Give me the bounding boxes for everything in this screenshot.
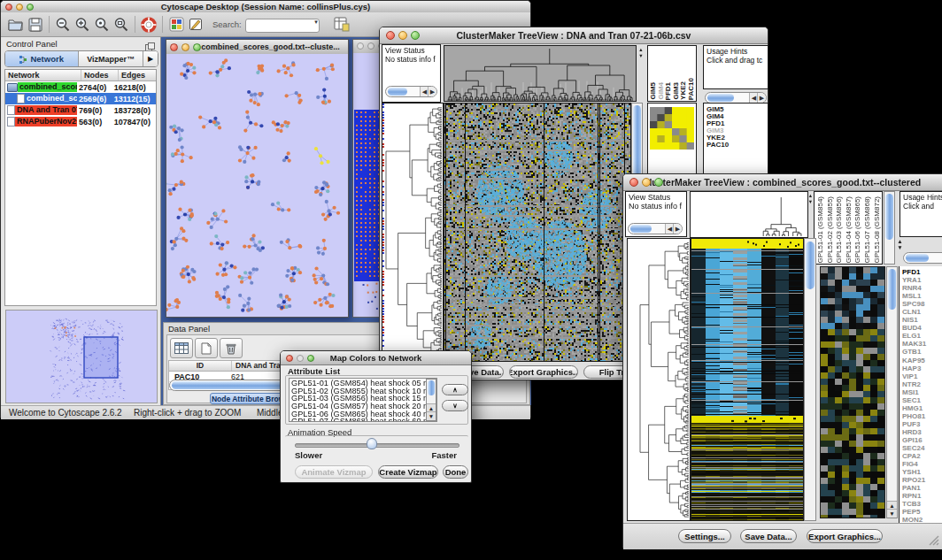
zoom-in-icon[interactable] <box>73 15 92 35</box>
trash-icon[interactable] <box>220 338 243 358</box>
gene-label[interactable]: GPI16 <box>902 436 942 444</box>
gene-label[interactable]: YRA1 <box>902 276 942 284</box>
zoom-out-icon[interactable] <box>53 15 73 35</box>
attribute-list-vscrollbar[interactable]: ▲ ▼ <box>426 379 436 421</box>
attribute-item[interactable]: GPL51-07 (GSM868) heat shock 60 min <box>290 418 436 422</box>
zoom-fit-icon[interactable] <box>112 15 131 35</box>
tab-network[interactable]: Network <box>5 51 79 66</box>
tv1-dendro-arrows[interactable]: ▴▾ <box>637 46 645 58</box>
zoom-button[interactable] <box>307 355 314 362</box>
gene-label[interactable]: RNR4 <box>902 284 942 292</box>
zoom-button[interactable] <box>27 4 34 11</box>
minimize-button[interactable] <box>16 4 23 11</box>
tv1-mini-heatmap[interactable] <box>650 107 694 150</box>
tv2-usage-scrollbar[interactable] <box>903 252 942 264</box>
speed-slider-track[interactable] <box>295 443 459 448</box>
main-titlebar[interactable]: Cytoscape Desktop (Session Name: collins… <box>1 1 530 13</box>
attribute-browser-icon[interactable] <box>332 15 351 35</box>
gene-label[interactable]: RPO21 <box>902 476 942 484</box>
tv2-export-graphics-button[interactable]: Export Graphics... <box>807 529 883 543</box>
tv2-heatmap[interactable] <box>691 238 804 521</box>
gene-label[interactable]: HMG1 <box>902 404 942 412</box>
gene-label[interactable]: YSH1 <box>902 468 942 476</box>
save-icon[interactable] <box>26 15 45 35</box>
gene-label[interactable]: ELG1 <box>902 332 942 340</box>
tv2-status-scrollbar[interactable]: ◀▶ <box>628 223 683 234</box>
gene-label[interactable]: SPC98 <box>902 300 942 308</box>
network-table-row[interactable]: combined_scores2764(0)16218(0) <box>5 81 156 93</box>
close-button[interactable] <box>386 31 395 40</box>
gene-label[interactable]: PHO81 <box>902 412 942 420</box>
animate-vizmap-button[interactable]: Animate Vizmap <box>295 465 373 479</box>
tv2-sub-vscrollbar[interactable]: ▲ ▼ <box>886 266 898 518</box>
move-down-button[interactable]: ∨ <box>442 400 468 411</box>
gene-label[interactable]: PAN1 <box>902 484 942 492</box>
tv2-labels-vscrollbar[interactable] <box>884 191 895 265</box>
tv2-vscrollbar[interactable] <box>804 238 816 521</box>
tv1-column-dendrogram[interactable] <box>444 45 637 102</box>
minimize-button[interactable] <box>367 42 374 50</box>
gene-label[interactable]: PEP5 <box>902 508 942 516</box>
dp-col-id[interactable]: ID <box>169 361 232 371</box>
gene-label[interactable]: SEC24 <box>902 444 942 452</box>
close-button[interactable] <box>170 43 178 51</box>
gene-label[interactable]: PAC10 <box>706 142 768 149</box>
tv2-settings-button[interactable]: Settings... <box>678 529 731 543</box>
gene-label[interactable]: TCB3 <box>902 500 942 508</box>
help-lifesaver-icon[interactable] <box>139 15 158 35</box>
birdseye-view[interactable] <box>5 310 158 403</box>
gene-label[interactable]: PFD1 <box>902 268 942 276</box>
tab-vizmapper[interactable]: VizMapper™ <box>79 51 143 66</box>
vizmapper-icon[interactable] <box>166 15 186 35</box>
open-file-icon[interactable] <box>6 15 26 35</box>
gene-label[interactable]: RPN1 <box>902 492 942 500</box>
gene-label[interactable]: BUD4 <box>902 324 942 332</box>
gene-label[interactable]: CPA2 <box>902 452 942 460</box>
gene-label[interactable]: NIS1 <box>902 316 942 324</box>
gene-label[interactable]: HRD3 <box>902 428 942 436</box>
network-canvas-1[interactable] <box>166 54 348 317</box>
close-button[interactable] <box>629 178 638 187</box>
gene-label[interactable]: VIP1 <box>902 372 942 380</box>
tv2-titlebar[interactable]: ClusterMaker TreeView : combined_scores_… <box>623 174 942 191</box>
birdseye-canvas[interactable] <box>6 311 157 403</box>
minimize-button[interactable] <box>297 355 304 362</box>
gene-label[interactable]: PUF3 <box>902 420 942 428</box>
search-dropdown-icon[interactable]: ▾ <box>314 19 318 26</box>
gene-label[interactable]: FIG4 <box>902 460 942 468</box>
tv2-row-dendrogram[interactable] <box>627 238 691 521</box>
done-button[interactable]: Done <box>443 465 468 479</box>
tab-overflow-button[interactable]: ▶ <box>143 51 158 66</box>
close-button[interactable] <box>5 4 12 11</box>
tv2-labels-arrows[interactable]: ▲▼ <box>896 238 904 250</box>
gene-label[interactable]: MAK31 <box>902 340 942 348</box>
tv1-row-dendrogram[interactable] <box>382 103 444 362</box>
tv2-save-data-button[interactable]: Save Data... <box>740 529 797 543</box>
close-button[interactable] <box>286 355 293 362</box>
zoom-button[interactable] <box>193 43 201 51</box>
gene-label[interactable]: SEC1 <box>902 396 942 404</box>
tv2-dendro-arrows[interactable]: ▴▾ <box>807 192 814 204</box>
zoom-button[interactable] <box>411 31 420 40</box>
speed-slider-thumb[interactable] <box>367 438 377 449</box>
gene-label[interactable]: MSI1 <box>902 388 942 396</box>
tv1-heatmap[interactable] <box>444 103 631 362</box>
search-input[interactable] <box>245 19 320 33</box>
dialog-titlebar[interactable]: Map Colors to Network <box>281 351 471 365</box>
new-document-icon[interactable] <box>195 338 218 358</box>
table-grid-icon[interactable] <box>170 338 193 358</box>
gene-label[interactable]: KAP95 <box>902 357 942 364</box>
network-table-row[interactable]: RNAPuberNov2+563(0)107847(0) <box>5 116 156 127</box>
zoom-selected-icon[interactable] <box>92 15 112 35</box>
minimize-button[interactable] <box>181 43 189 51</box>
move-up-button[interactable]: ∧ <box>442 384 468 395</box>
network-table-row[interactable]: DNA and Tran 07769(0)183728(0) <box>5 104 156 116</box>
tv1-status-scrollbar[interactable]: ◀▶ <box>385 86 437 97</box>
zoom-button[interactable] <box>654 178 663 187</box>
tv1-titlebar[interactable]: ClusterMaker TreeView : DNA and Tran 07-… <box>380 27 768 44</box>
close-button[interactable] <box>357 42 364 50</box>
minimize-button[interactable] <box>398 31 407 40</box>
annotation-icon[interactable] <box>186 15 205 35</box>
minimize-button[interactable] <box>642 178 651 187</box>
network-table-row[interactable]: combined_sco2569(6)13112(15) <box>5 93 156 104</box>
